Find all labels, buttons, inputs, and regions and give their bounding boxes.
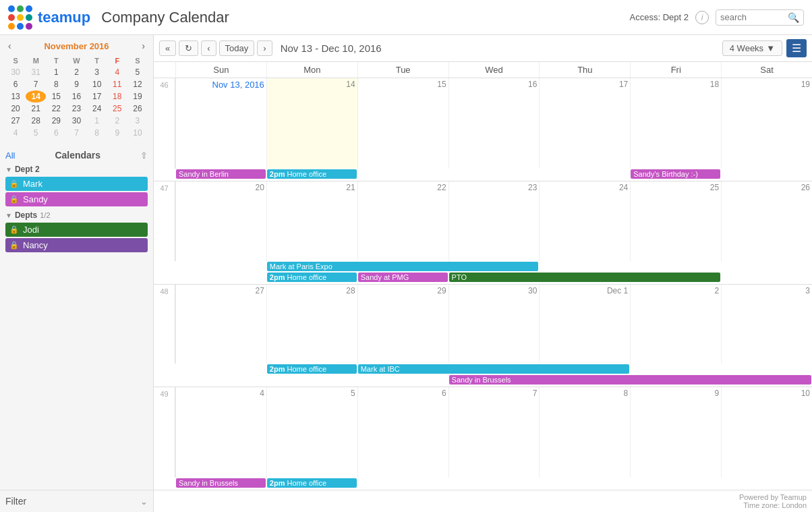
mini-cal-day[interactable]: 30 <box>5 66 26 78</box>
mini-cal-day[interactable]: 3 <box>87 66 107 78</box>
mini-cal-day[interactable]: 3 <box>127 115 148 127</box>
day-cell-w3-d2[interactable]: 6 <box>357 387 448 478</box>
ev-w0-r1-c0[interactable]: Sandy in Berlin <box>176 169 266 179</box>
day-cell-w3-d6[interactable]: 10 <box>721 387 812 478</box>
mini-cal-day[interactable]: 20 <box>5 103 26 115</box>
day-cell-w3-d0[interactable]: 4 <box>175 387 266 478</box>
search-input[interactable] <box>720 12 788 22</box>
mini-cal-day[interactable]: 31 <box>26 66 46 78</box>
calendars-collapse[interactable]: ⇧ <box>140 150 148 161</box>
today-btn[interactable]: Today <box>219 40 255 56</box>
all-calendars-link[interactable]: All <box>5 150 15 161</box>
day-cell-w1-d4[interactable]: 24 <box>539 181 630 261</box>
day-cell-w0-d3[interactable]: 16 <box>448 78 540 169</box>
day-cell-w3-d3[interactable]: 7 <box>448 387 540 478</box>
next-btn[interactable]: › <box>257 40 272 56</box>
refresh-btn[interactable]: ↻ <box>179 40 198 56</box>
cal-item-0-0[interactable]: 🔒 Mark <box>5 177 148 191</box>
cal-group-header-0[interactable]: ▼ Dept 2 <box>5 165 148 174</box>
mini-cal-day[interactable]: 10 <box>127 127 148 139</box>
mini-cal-day[interactable]: 16 <box>66 90 86 103</box>
mini-cal-day[interactable]: 26 <box>127 103 148 115</box>
day-cell-w1-d0[interactable]: 20 <box>175 181 266 261</box>
ev-w3-r1-c0[interactable]: Sandy in Brussels <box>176 478 266 488</box>
ev-w1-r2-c2[interactable]: Sandy at PMG <box>358 273 448 282</box>
day-cell-w0-d0[interactable]: Nov 13, 2016 <box>175 78 266 169</box>
mini-cal-day[interactable]: 27 <box>5 115 26 127</box>
day-cell-w2-d4[interactable]: Dec 1 <box>539 285 630 364</box>
mini-cal-day[interactable]: 30 <box>66 115 86 127</box>
mini-cal-day[interactable]: 5 <box>26 127 46 139</box>
day-cell-w0-d5[interactable]: 18 <box>630 78 721 169</box>
day-cell-w3-d5[interactable]: 9 <box>630 387 721 478</box>
view-select-btn[interactable]: 4 Weeks ▼ <box>722 40 782 56</box>
day-cell-w1-d5[interactable]: 25 <box>630 181 721 261</box>
mini-cal-day[interactable]: 1 <box>87 115 107 127</box>
mini-prev-month[interactable]: ‹ <box>5 40 14 51</box>
mini-cal-day[interactable]: 2 <box>66 66 86 78</box>
cal-group-header-1[interactable]: ▼ Depts 1/2 <box>5 210 148 220</box>
mini-cal-day[interactable]: 4 <box>107 66 127 78</box>
day-cell-w2-d6[interactable]: 3 <box>721 285 812 364</box>
mini-cal-day[interactable]: 12 <box>127 78 148 90</box>
ev-w0-r1-c1[interactable]: 2pm Home office <box>267 169 357 179</box>
day-cell-w1-d1[interactable]: 21 <box>266 181 357 261</box>
cal-item-0-1[interactable]: 🔒 Sandy <box>5 192 148 206</box>
mini-cal-day[interactable]: 1 <box>46 66 66 78</box>
mini-cal-day[interactable]: 5 <box>127 66 148 78</box>
mini-next-month[interactable]: › <box>139 40 148 51</box>
mini-cal-day[interactable]: 7 <box>66 127 86 139</box>
ev-w2-r1-c2[interactable]: Mark at IBC <box>358 364 630 374</box>
menu-btn[interactable]: ☰ <box>786 39 807 57</box>
filter-section[interactable]: Filter ⌄ <box>0 490 153 512</box>
ev-w3-r1-c1[interactable]: 2pm Home office <box>267 478 357 488</box>
mini-cal-day[interactable]: 19 <box>127 90 148 103</box>
mini-cal-day[interactable]: 8 <box>87 127 107 139</box>
day-cell-w2-d2[interactable]: 29 <box>357 285 448 364</box>
mini-cal-day[interactable]: 8 <box>46 78 66 90</box>
cal-item-1-0[interactable]: 🔒 Jodi <box>5 223 148 237</box>
day-cell-w0-d4[interactable]: 17 <box>539 78 630 169</box>
ev-w1-r1-c1[interactable]: Mark at Paris Expo <box>267 262 539 271</box>
mini-cal-day[interactable]: 9 <box>107 127 127 139</box>
mini-cal-day[interactable]: 6 <box>46 127 66 139</box>
mini-cal-day[interactable]: 14 <box>26 90 46 103</box>
mini-cal-day[interactable]: 4 <box>5 127 26 139</box>
day-cell-w2-d5[interactable]: 2 <box>630 285 721 364</box>
mini-cal-day[interactable]: 10 <box>87 78 107 90</box>
ev-w1-r2-c1[interactable]: 2pm Home office <box>267 273 357 282</box>
prev-btn[interactable]: ‹ <box>201 40 216 56</box>
mini-cal-day[interactable]: 25 <box>107 103 127 115</box>
day-cell-w1-d3[interactable]: 23 <box>448 181 540 261</box>
mini-cal-day[interactable]: 15 <box>46 90 66 103</box>
day-cell-w2-d3[interactable]: 30 <box>448 285 540 364</box>
day-cell-w0-d6[interactable]: 19 <box>721 78 812 169</box>
day-cell-w1-d6[interactable]: 26 <box>721 181 812 261</box>
ev-w2-r1-c1[interactable]: 2pm Home office <box>267 364 357 374</box>
mini-cal-day[interactable]: 7 <box>26 78 46 90</box>
mini-cal-day[interactable]: 23 <box>66 103 86 115</box>
mini-cal-day[interactable]: 6 <box>5 78 26 90</box>
day-cell-w1-d2[interactable]: 22 <box>357 181 448 261</box>
prev-prev-btn[interactable]: « <box>159 40 176 56</box>
info-icon[interactable]: i <box>695 11 709 24</box>
ev-w2-r2-c3[interactable]: Sandy in Brussels <box>449 375 811 385</box>
mini-cal-day[interactable]: 29 <box>46 115 66 127</box>
day-cell-w2-d0[interactable]: 27 <box>175 285 266 364</box>
mini-cal-day[interactable]: 28 <box>26 115 46 127</box>
mini-cal-day[interactable]: 21 <box>26 103 46 115</box>
mini-cal-day[interactable]: 18 <box>107 90 127 103</box>
mini-cal-day[interactable]: 11 <box>107 78 127 90</box>
day-cell-w2-d1[interactable]: 28 <box>266 285 357 364</box>
mini-cal-day[interactable]: 24 <box>87 103 107 115</box>
mini-cal-day[interactable]: 17 <box>87 90 107 103</box>
mini-cal-day[interactable]: 13 <box>5 90 26 103</box>
day-cell-w0-d1[interactable]: 14 <box>266 78 357 169</box>
search-box[interactable]: 🔍 <box>716 9 804 26</box>
day-cell-w3-d1[interactable]: 5 <box>266 387 357 478</box>
ev-w0-r1-c5[interactable]: Sandy's Birthday :-) <box>631 169 720 179</box>
mini-cal-day[interactable]: 2 <box>107 115 127 127</box>
mini-cal-day[interactable]: 9 <box>66 78 86 90</box>
ev-w1-r2-c3[interactable]: PTO <box>449 273 721 282</box>
cal-item-1-1[interactable]: 🔒 Nancy <box>5 238 148 252</box>
